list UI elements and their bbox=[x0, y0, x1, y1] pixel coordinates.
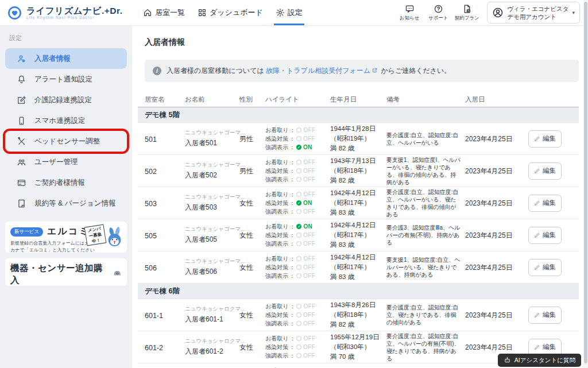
sidebar-item-residents[interactable]: 入居者情報 bbox=[5, 48, 127, 69]
room-cell: 501 bbox=[138, 134, 185, 144]
gender-cell: 女性 bbox=[239, 342, 265, 352]
notice-banner: i 入居者様の居室移動については 故障・トラブル相談受付フォーム からご連絡くだ… bbox=[145, 60, 579, 82]
pencil-icon bbox=[534, 200, 540, 206]
toggle-state-icon bbox=[296, 256, 301, 261]
camera-icon bbox=[113, 270, 122, 280]
birth-line: 満 70 歳 bbox=[330, 352, 386, 362]
birth-cell: 1942年4月12日（昭和17年）満 83 歳 bbox=[330, 253, 386, 281]
room-cell: 505 bbox=[138, 230, 185, 241]
notice-suffix: からご連絡ください。 bbox=[379, 67, 451, 75]
move-in-date-cell: 2023年4月25日 bbox=[465, 342, 524, 352]
actions-cell: 編集 bbox=[524, 307, 579, 324]
sidebar-item-alert-settings[interactable]: アラート通知設定 bbox=[5, 69, 127, 90]
column-header: お名前 bbox=[185, 95, 239, 104]
purchase-banner[interactable]: 機器・センサー追加購入 各種センサー、見守りカメラ、ACアダプターのご購入はこち… bbox=[5, 258, 127, 286]
birth-line: 1942年4月12日 bbox=[330, 220, 386, 230]
resident-kana: ニュウキョシャゴーマ... bbox=[185, 129, 239, 137]
birth-line: 1944年1月28日 bbox=[330, 124, 386, 134]
nav-item-settings[interactable]: 設定 bbox=[270, 0, 308, 25]
birth-line: 1942年4月12日 bbox=[330, 253, 386, 262]
resident-name: 入居者601-1 bbox=[185, 315, 239, 324]
note-cell: 要支援1、認知症度:自立、ヘルパーがいる、寝たきりである、持病がある bbox=[386, 256, 465, 278]
sidebar-item-contractor-info[interactable]: ご契約者様情報 bbox=[5, 172, 127, 193]
toggle-state-icon bbox=[296, 353, 301, 358]
table-row: 503 ニュウキョシャゴーマ... 入居者503 女性 お看取り：OFF感染対策… bbox=[138, 187, 579, 219]
resident-name: 入居者506 bbox=[185, 267, 239, 277]
toggle-state-icon bbox=[296, 200, 301, 206]
utility-plan[interactable]: 契約プラン bbox=[454, 4, 480, 22]
highlight-cell: お看取り：OFF感染対策：OFF強調表示：ON bbox=[265, 126, 330, 152]
toggle-off: お看取り：OFF bbox=[265, 158, 330, 166]
note-cell: 要介護度:自立、認知症度:自立、寝たきりである、徘徊の傾向がある bbox=[386, 304, 465, 326]
app-subtitle: Life Rhythm Navi Plus Doctor bbox=[26, 16, 122, 20]
move-in-date-cell: 2023年4月25日 bbox=[465, 309, 524, 320]
birth-line: 満 82 歳 bbox=[330, 144, 386, 153]
toggle-off: 感染対策：OFF bbox=[265, 311, 330, 319]
gender-cell: 女性 bbox=[239, 309, 265, 320]
sidebar-item-care-record-link[interactable]: 介護記録連携設定 bbox=[5, 90, 127, 110]
toggle-off: 強調表示：OFF bbox=[265, 272, 330, 280]
edit-button[interactable]: 編集 bbox=[528, 195, 562, 212]
toggle-off: 強調表示：OFF bbox=[265, 319, 330, 328]
pencil-icon bbox=[534, 232, 540, 238]
app-logo[interactable]: ライフリズムナビ.+Dr. Life Rhythm Navi Plus Doct… bbox=[0, 0, 132, 25]
nav-item-dashboard[interactable]: ダッシュボード bbox=[192, 0, 268, 25]
room-cell: 601-2 bbox=[138, 342, 185, 352]
utility-support[interactable]: サポート bbox=[425, 4, 451, 22]
room-cell: 601-1 bbox=[138, 310, 185, 320]
table-row: 502 ニュウキョシャゴーマ... 入居者502 男性 お看取り：OFF感染対策… bbox=[138, 155, 579, 187]
support-icon bbox=[434, 4, 443, 14]
birth-line: 1942年4月12日 bbox=[330, 188, 386, 198]
card-icon bbox=[17, 178, 26, 188]
nav-item-rooms[interactable]: 居室一覧 bbox=[138, 0, 190, 25]
elcomi-description: 新規登録の合言葉入力フォームにはカタカナで「エルコミ」と入力してください bbox=[10, 240, 96, 253]
member-recruit-sign: メンバー募集中！ bbox=[84, 224, 107, 246]
toggle-state-icon bbox=[296, 321, 301, 326]
settings-sidebar: 設定 入居者情報 アラート通知設定 介護記録連携設定 スマホ連携設定 ベッドセン… bbox=[0, 26, 132, 368]
sidebar-item-bed-sensor[interactable]: ベッドセンサー調整 bbox=[5, 131, 127, 152]
pencil-icon bbox=[534, 344, 540, 350]
ai-assistant-button[interactable]: AIアシスタントに質問 bbox=[498, 354, 581, 367]
utility-notice[interactable]: お知らせ bbox=[396, 4, 423, 22]
sidebar-item-terms-version[interactable]: 規約等 & バージョン情報 bbox=[5, 193, 127, 214]
table-row: 505 ニュウキョシャゴーマ... 入居者505 女性 お看取り：ON感染対策：… bbox=[138, 219, 579, 251]
trouble-form-link[interactable]: 故障・トラブル相談受付フォーム bbox=[266, 67, 370, 75]
edit-button[interactable]: 編集 bbox=[528, 307, 562, 324]
edit-button[interactable]: 編集 bbox=[528, 130, 562, 148]
edit-button[interactable]: 編集 bbox=[528, 227, 562, 244]
note-cell: 要介護度:自立、認知症度:自立、ヘルパーがいる、寝たきりである、徘徊の傾向がある bbox=[386, 188, 465, 218]
name-cell: ニュウキョシャゴーマ... 入居者503 bbox=[185, 193, 239, 212]
edit-button[interactable]: 編集 bbox=[528, 162, 562, 180]
edit-button[interactable]: 編集 bbox=[528, 339, 562, 356]
actions-cell: 編集 bbox=[524, 130, 579, 148]
move-in-date-cell: 2023年4月25日 bbox=[465, 262, 524, 273]
birth-line: （昭和17年） bbox=[330, 262, 386, 272]
birth-line: 1943年8月26日 bbox=[330, 300, 386, 310]
toggle-state-icon bbox=[296, 192, 301, 197]
pencil-icon bbox=[534, 135, 540, 142]
person-gear-icon bbox=[17, 54, 26, 64]
column-header: 生年月日 bbox=[330, 95, 386, 104]
toggle-state-icon bbox=[296, 265, 301, 270]
home-icon bbox=[143, 8, 152, 17]
birth-line: （昭和18年） bbox=[330, 166, 386, 176]
resident-kana: ニュウキョシャゴーマ... bbox=[185, 258, 239, 265]
birth-line: 満 83 歳 bbox=[330, 208, 386, 218]
resident-kana: ニュウキョシャロクマ... bbox=[185, 305, 239, 313]
birth-line: （昭和17年） bbox=[330, 230, 386, 240]
sidebar-item-user-management[interactable]: ユーザー管理 bbox=[5, 152, 127, 172]
toggle-off: 感染対策：OFF bbox=[265, 231, 330, 239]
scrollbar-thumb[interactable] bbox=[584, 2, 587, 363]
birth-line: （昭和19年） bbox=[330, 134, 386, 144]
app-title: ライフリズムナビ.+Dr. bbox=[26, 6, 122, 16]
account-menu[interactable]: ヴィラ・エコナビスタ デモ用アカウント ▾ bbox=[487, 2, 580, 24]
main-content: 入居者情報 i 入居者様の居室移動については 故障・トラブル相談受付フォーム か… bbox=[132, 26, 583, 368]
toggle-off: お看取り：OFF bbox=[265, 190, 330, 199]
sidebar-item-smartphone-link[interactable]: スマホ連携設定 bbox=[5, 110, 127, 131]
purchase-title: 機器・センサー追加購入 bbox=[10, 262, 109, 286]
top-navbar: ライフリズムナビ.+Dr. Life Rhythm Navi Plus Doct… bbox=[0, 0, 588, 26]
edit-note-icon bbox=[17, 95, 26, 105]
edit-button[interactable]: 編集 bbox=[528, 259, 562, 276]
notice-prefix: 入居者様の居室移動については bbox=[167, 67, 266, 75]
elcomi-banner[interactable]: 新サービス エルコミ メンバー募集中！ 新規登録の合言葉入力フォームにはカタカナ… bbox=[5, 222, 127, 253]
